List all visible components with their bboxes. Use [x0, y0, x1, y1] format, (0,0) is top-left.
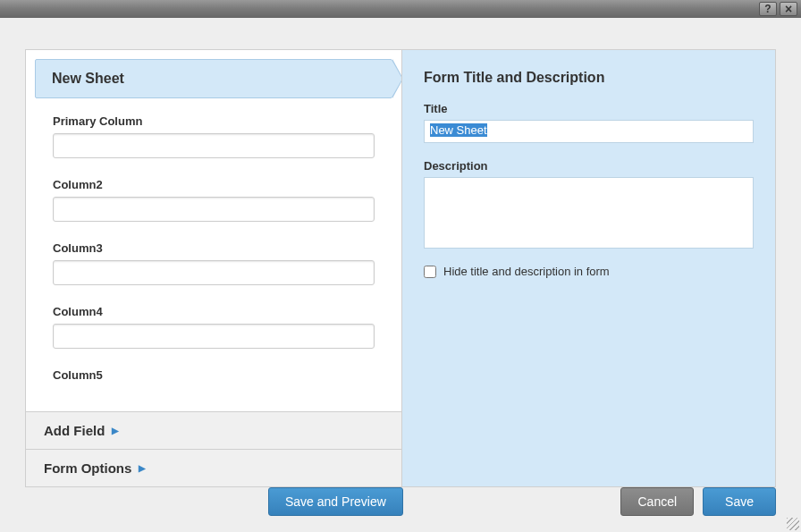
form-fields-scroll[interactable]: New Sheet Primary Column Column2 Column3…	[26, 50, 401, 411]
right-pane: Form Title and Description Title New She…	[402, 50, 775, 486]
field-input-column3[interactable]	[53, 260, 375, 285]
form-options-section[interactable]: Form Options ▶	[26, 449, 401, 486]
field-block: Column4	[35, 305, 392, 349]
help-icon: ?	[764, 3, 771, 15]
field-block: Primary Column	[35, 114, 392, 158]
field-block: Column5	[35, 368, 392, 382]
description-textarea[interactable]	[424, 177, 754, 249]
field-label: Column4	[53, 305, 375, 318]
field-block: Column2	[35, 178, 392, 222]
form-dialog: New Sheet Primary Column Column2 Column3…	[25, 49, 776, 487]
field-label: Primary Column	[53, 114, 375, 128]
chevron-right-icon: ▶	[112, 426, 119, 435]
description-label: Description	[424, 159, 754, 173]
close-button[interactable]: ×	[780, 2, 797, 16]
title-label: Title	[424, 102, 754, 115]
cancel-button[interactable]: Cancel	[620, 487, 694, 516]
left-pane: New Sheet Primary Column Column2 Column3…	[26, 50, 402, 486]
field-label: Column2	[53, 178, 375, 191]
field-label: Column3	[53, 241, 375, 255]
field-input-column4[interactable]	[53, 324, 375, 349]
resize-handle-icon[interactable]	[787, 518, 799, 530]
save-button[interactable]: Save	[703, 487, 776, 516]
add-field-section[interactable]: Add Field ▶	[26, 411, 401, 449]
field-block: Column3	[35, 241, 392, 285]
form-title-tab-label: New Sheet	[52, 71, 124, 86]
field-label: Column5	[53, 368, 375, 382]
close-icon: ×	[785, 4, 792, 14]
dialog-button-bar: Cancel Save	[0, 487, 801, 516]
add-field-label: Add Field	[44, 423, 105, 438]
chevron-right-icon: ▶	[139, 463, 146, 473]
hide-checkbox-label: Hide title and description in form	[443, 265, 610, 278]
hide-checkbox[interactable]	[424, 266, 436, 278]
window-titlebar: ? ×	[0, 0, 801, 18]
title-input-value: New Sheet	[430, 123, 487, 137]
form-options-label: Form Options	[44, 460, 131, 476]
field-input-primary[interactable]	[53, 133, 375, 158]
title-input[interactable]: New Sheet	[424, 120, 754, 143]
right-heading: Form Title and Description	[424, 70, 754, 86]
help-button[interactable]: ?	[759, 2, 777, 16]
field-input-column2[interactable]	[53, 197, 375, 222]
form-title-tab[interactable]: New Sheet	[35, 59, 392, 98]
hide-checkbox-row: Hide title and description in form	[424, 265, 754, 278]
